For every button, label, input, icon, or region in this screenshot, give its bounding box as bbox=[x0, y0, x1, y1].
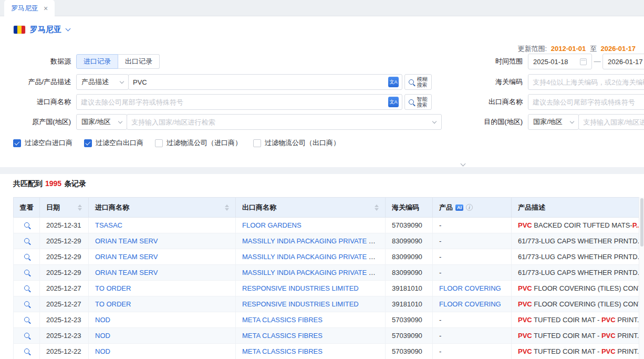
product-link[interactable]: FLOOR COVERING bbox=[439, 284, 501, 292]
exporter-link[interactable]: RESPONSIVE INDUSTRIES LIMITED bbox=[242, 300, 359, 308]
product-label: 产品/产品描述 bbox=[0, 74, 71, 90]
update-range-end: 2026-01-17 bbox=[601, 45, 636, 53]
tab-romania[interactable]: 罗马尼亚 × bbox=[4, 0, 55, 16]
page: 罗马尼亚 × 罗马尼亚 更新范围: 2012-01-01 至 2026-01-1… bbox=[0, 0, 644, 359]
exporter-link[interactable]: META CLASSICS FIBRES bbox=[242, 347, 323, 355]
importer-link[interactable]: TSASAC bbox=[95, 221, 122, 229]
destination-region-select[interactable]: 国家/地区 bbox=[528, 114, 579, 130]
search-icon bbox=[409, 79, 414, 85]
hs-code-input[interactable] bbox=[528, 78, 644, 86]
view-detail-icon[interactable] bbox=[24, 285, 29, 291]
checkbox-label: 过滤空白出口商 bbox=[96, 138, 143, 148]
view-cell bbox=[14, 296, 40, 312]
view-detail-icon[interactable] bbox=[24, 254, 29, 259]
header-importer[interactable]: 进口商名称 bbox=[89, 198, 236, 218]
exporter-link[interactable]: META CLASSICS FIBRES bbox=[242, 316, 323, 324]
filter-checkbox-2[interactable]: 过滤物流公司（进口商） bbox=[155, 138, 242, 148]
scrollbar-thumb[interactable] bbox=[640, 198, 643, 247]
sort-icons[interactable] bbox=[222, 204, 229, 211]
exporter-link[interactable]: RESPONSIVE INDUSTRIES LIMITED bbox=[242, 284, 359, 292]
exporter-cell: RESPONSIVE INDUSTRIES LIMITED bbox=[236, 296, 386, 312]
smart-search-button[interactable]: 智能搜索 bbox=[404, 94, 432, 110]
importer-link[interactable]: ORIAN TEAM SERV bbox=[95, 237, 158, 245]
sort-icons[interactable] bbox=[75, 204, 82, 211]
table-row: 2025-12-31TSASACFLOOR GARDENS57039090-PV… bbox=[14, 218, 639, 233]
sort-desc-icon[interactable] bbox=[225, 208, 229, 211]
destination-input-wrap bbox=[578, 114, 644, 130]
product-input[interactable] bbox=[129, 78, 388, 86]
filter-checkbox-1[interactable]: 过滤空白出口商 bbox=[84, 138, 143, 148]
view-detail-icon[interactable] bbox=[24, 270, 29, 275]
importer-link[interactable]: NOD bbox=[95, 347, 110, 355]
checkbox-icon[interactable] bbox=[253, 139, 261, 147]
smart-search-label: 智能搜索 bbox=[417, 96, 428, 108]
title-chevron-down-icon[interactable] bbox=[66, 26, 71, 32]
origin-input[interactable] bbox=[127, 118, 433, 126]
sort-desc-icon[interactable] bbox=[375, 208, 379, 211]
exporter-link[interactable]: MASSILLY INDIA PACKAGING PRIVATE LIMI... bbox=[242, 237, 386, 245]
header-view: 查看 bbox=[14, 198, 40, 218]
date-cell: 2025-12-27 bbox=[40, 296, 89, 312]
translate-icon[interactable]: 文A bbox=[388, 97, 399, 107]
info-icon[interactable]: i bbox=[466, 204, 473, 211]
time-range-start-input[interactable]: 2025-01-18 bbox=[528, 54, 592, 69]
filter-checkbox-0[interactable]: 过滤空白进口商 bbox=[13, 138, 72, 148]
header-date[interactable]: 日期 bbox=[40, 198, 89, 218]
update-range-start: 2012-01-01 bbox=[551, 45, 586, 53]
description-cell: PVC BACKED COIR TUFTED MATS-P... bbox=[512, 218, 639, 233]
header-product: 产品 AI i bbox=[433, 198, 512, 218]
view-detail-icon[interactable] bbox=[24, 301, 29, 306]
view-detail-icon[interactable] bbox=[24, 222, 29, 228]
importer-input[interactable] bbox=[77, 98, 388, 106]
importer-link[interactable]: NOD bbox=[95, 316, 110, 324]
sort-asc-icon[interactable] bbox=[78, 204, 82, 207]
table-row: 2025-12-27TO ORDERRESPONSIVE INDUSTRIES … bbox=[14, 296, 639, 312]
import-records-button[interactable]: 进口记录 bbox=[76, 54, 118, 69]
product-cell: - bbox=[433, 312, 512, 328]
importer-cell: NOD bbox=[89, 312, 236, 328]
sort-asc-icon[interactable] bbox=[225, 204, 229, 207]
summary-prefix: 共匹配到 bbox=[13, 179, 43, 188]
product-type-select-value: 产品描述 bbox=[81, 77, 109, 87]
sort-asc-icon[interactable] bbox=[375, 204, 379, 207]
sort-desc-icon[interactable] bbox=[78, 208, 82, 211]
exporter-link[interactable]: FLOOR GARDENS bbox=[242, 221, 302, 229]
importer-link[interactable]: TO ORDER bbox=[95, 284, 131, 292]
importer-link[interactable]: TO ORDER bbox=[95, 300, 131, 308]
exporter-link[interactable]: MASSILLY INDIA PACKAGING PRIVATE LIMI... bbox=[242, 269, 386, 276]
view-detail-icon[interactable] bbox=[24, 238, 29, 243]
exporter-input-wrap bbox=[528, 94, 644, 110]
importer-link[interactable]: ORIAN TEAM SERV bbox=[95, 269, 158, 276]
checkbox-icon[interactable] bbox=[155, 139, 163, 147]
product-cell: - bbox=[433, 328, 512, 344]
product-type-select[interactable]: 产品描述 bbox=[76, 74, 129, 90]
view-detail-icon[interactable] bbox=[24, 348, 29, 354]
destination-input[interactable] bbox=[579, 118, 644, 126]
checkbox-icon[interactable] bbox=[84, 139, 92, 147]
header-exporter[interactable]: 出口商名称 bbox=[236, 198, 386, 218]
hs-code-cell: 83099090 bbox=[386, 249, 433, 265]
exporter-link[interactable]: META CLASSICS FIBRES bbox=[242, 332, 323, 340]
importer-link[interactable]: ORIAN TEAM SERV bbox=[95, 253, 158, 261]
results-table: 查看 日期 进口商名称 bbox=[13, 197, 639, 359]
tab-close-icon[interactable]: × bbox=[44, 5, 48, 12]
time-range-end-input[interactable]: 2026-01-17 bbox=[603, 54, 644, 69]
exporter-link[interactable]: MASSILLY INDIA PACKAGING PRIVATE LIMI... bbox=[242, 253, 386, 261]
importer-link[interactable]: NOD bbox=[95, 332, 110, 340]
sort-icons[interactable] bbox=[371, 204, 379, 211]
view-cell bbox=[14, 233, 40, 249]
collapse-panel-button[interactable] bbox=[455, 158, 471, 167]
filter-checkbox-3[interactable]: 过滤物流公司（出口商） bbox=[253, 138, 340, 148]
checkbox-icon[interactable] bbox=[13, 139, 21, 147]
view-detail-icon[interactable] bbox=[24, 317, 29, 322]
export-records-button[interactable]: 出口记录 bbox=[118, 54, 160, 69]
translate-icon[interactable]: 文A bbox=[388, 77, 399, 87]
hs-code-cell: 57039090 bbox=[386, 312, 433, 328]
vertical-scrollbar[interactable] bbox=[639, 197, 644, 359]
fuzzy-search-button[interactable]: 模糊搜索 bbox=[404, 74, 432, 90]
view-detail-icon[interactable] bbox=[24, 333, 29, 338]
origin-region-select[interactable]: 国家/地区 bbox=[76, 114, 127, 130]
importer-cell: TO ORDER bbox=[89, 296, 236, 312]
exporter-input[interactable] bbox=[528, 98, 644, 106]
product-link[interactable]: FLOOR COVERING bbox=[439, 300, 501, 308]
